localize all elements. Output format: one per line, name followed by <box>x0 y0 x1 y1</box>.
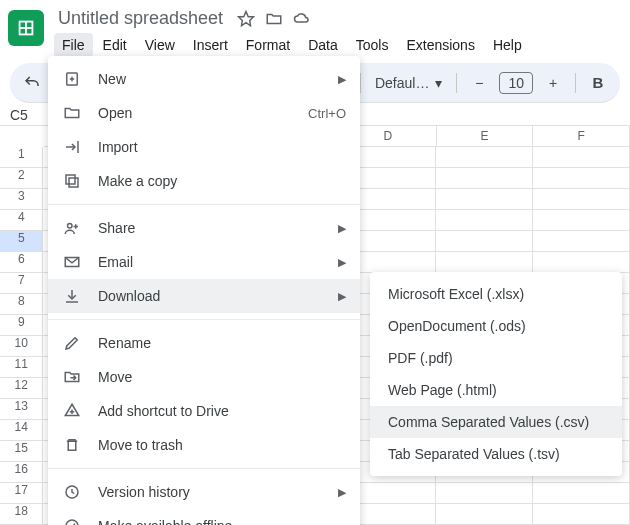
cell[interactable] <box>436 504 533 525</box>
row-header[interactable]: 15 <box>0 441 43 462</box>
download-ods[interactable]: OpenDocument (.ods) <box>370 310 622 342</box>
email-icon <box>62 252 82 272</box>
menu-label: Open <box>98 105 292 121</box>
row-header[interactable]: 6 <box>0 252 43 273</box>
download-tsv[interactable]: Tab Separated Values (.tsv) <box>370 438 622 470</box>
menu-item-move[interactable]: Move <box>48 360 360 394</box>
cell[interactable] <box>533 147 630 168</box>
menu-extensions[interactable]: Extensions <box>398 33 482 57</box>
cell[interactable] <box>436 252 533 273</box>
cell[interactable] <box>533 231 630 252</box>
row-header[interactable]: 10 <box>0 336 43 357</box>
font-select[interactable]: Defaul… ▾ <box>369 71 448 95</box>
cell-reference[interactable]: C5 <box>10 107 50 123</box>
cell[interactable] <box>533 504 630 525</box>
new-doc-icon <box>62 69 82 89</box>
col-header[interactable]: F <box>533 126 630 146</box>
decrease-font-icon[interactable]: − <box>465 69 493 97</box>
row-header[interactable]: 8 <box>0 294 43 315</box>
chevron-right-icon: ▶ <box>338 486 346 499</box>
drive-shortcut-icon <box>62 401 82 421</box>
download-html[interactable]: Web Page (.html) <box>370 374 622 406</box>
menu-item-rename[interactable]: Rename <box>48 326 360 360</box>
menu-insert[interactable]: Insert <box>185 33 236 57</box>
menu-item-share[interactable]: Share ▶ <box>48 211 360 245</box>
doc-title[interactable]: Untitled spreadsheet <box>54 6 227 31</box>
menu-item-copy[interactable]: Make a copy <box>48 164 360 198</box>
menu-help[interactable]: Help <box>485 33 530 57</box>
menu-item-version[interactable]: Version history ▶ <box>48 475 360 509</box>
row-header[interactable]: 17 <box>0 483 43 504</box>
copy-icon <box>62 171 82 191</box>
cell[interactable] <box>436 210 533 231</box>
cell[interactable] <box>533 189 630 210</box>
menu-item-trash[interactable]: Move to trash <box>48 428 360 462</box>
menu-item-offline[interactable]: Make available offline <box>48 509 360 525</box>
move-icon <box>62 367 82 387</box>
menu-data[interactable]: Data <box>300 33 346 57</box>
menu-item-email[interactable]: Email ▶ <box>48 245 360 279</box>
svg-marker-4 <box>239 11 254 25</box>
cell[interactable] <box>436 483 533 504</box>
row-header[interactable]: 7 <box>0 273 43 294</box>
download-csv[interactable]: Comma Separated Values (.csv) <box>370 406 622 438</box>
menu-label: Download <box>98 288 322 304</box>
font-size-input[interactable]: 10 <box>499 72 533 94</box>
menu-label: Add shortcut to Drive <box>98 403 346 419</box>
cell[interactable] <box>533 168 630 189</box>
move-folder-icon[interactable] <box>265 10 283 28</box>
row-header[interactable]: 9 <box>0 315 43 336</box>
svg-rect-8 <box>69 178 78 187</box>
file-menu: New ▶ Open Ctrl+O Import Make a copy Sha… <box>48 56 360 525</box>
menu-file[interactable]: File <box>54 33 93 57</box>
separator <box>48 204 360 205</box>
history-icon <box>62 482 82 502</box>
shortcut: Ctrl+O <box>308 106 346 121</box>
row-header[interactable]: 11 <box>0 357 43 378</box>
menu-format[interactable]: Format <box>238 33 298 57</box>
menu-label: New <box>98 71 322 87</box>
cell[interactable] <box>436 147 533 168</box>
row-header[interactable]: 14 <box>0 420 43 441</box>
undo-icon[interactable] <box>18 69 46 97</box>
menu-item-open[interactable]: Open Ctrl+O <box>48 96 360 130</box>
share-icon <box>62 218 82 238</box>
row-header[interactable]: 13 <box>0 399 43 420</box>
row-header[interactable]: 12 <box>0 378 43 399</box>
menu-label: Share <box>98 220 322 236</box>
menu-item-import[interactable]: Import <box>48 130 360 164</box>
menu-tools[interactable]: Tools <box>348 33 397 57</box>
row-header[interactable]: 3 <box>0 189 43 210</box>
svg-point-10 <box>68 224 73 229</box>
row-header[interactable]: 4 <box>0 210 43 231</box>
cell[interactable] <box>436 168 533 189</box>
menu-view[interactable]: View <box>137 33 183 57</box>
font-name: Defaul… <box>375 75 429 91</box>
increase-font-icon[interactable]: + <box>539 69 567 97</box>
cell[interactable] <box>436 189 533 210</box>
menu-item-new[interactable]: New ▶ <box>48 62 360 96</box>
separator <box>48 319 360 320</box>
star-icon[interactable] <box>237 10 255 28</box>
download-xlsx[interactable]: Microsoft Excel (.xlsx) <box>370 278 622 310</box>
row-header[interactable]: 2 <box>0 168 43 189</box>
chevron-right-icon: ▶ <box>338 73 346 86</box>
col-header[interactable]: E <box>437 126 534 146</box>
menu-item-shortcut[interactable]: Add shortcut to Drive <box>48 394 360 428</box>
cloud-status-icon[interactable] <box>293 10 311 28</box>
chevron-down-icon: ▾ <box>435 75 442 91</box>
menu-edit[interactable]: Edit <box>95 33 135 57</box>
row-header[interactable]: 5 <box>0 231 43 252</box>
download-pdf[interactable]: PDF (.pdf) <box>370 342 622 374</box>
sheets-logo[interactable] <box>8 10 44 46</box>
row-header[interactable]: 1 <box>0 147 43 168</box>
bold-button[interactable]: B <box>584 69 612 97</box>
row-header[interactable]: 16 <box>0 462 43 483</box>
cell[interactable] <box>533 252 630 273</box>
cell[interactable] <box>533 210 630 231</box>
menu-item-download[interactable]: Download ▶ <box>48 279 360 313</box>
cell[interactable] <box>533 483 630 504</box>
menu-label: Import <box>98 139 346 155</box>
cell[interactable] <box>436 231 533 252</box>
row-header[interactable]: 18 <box>0 504 43 525</box>
